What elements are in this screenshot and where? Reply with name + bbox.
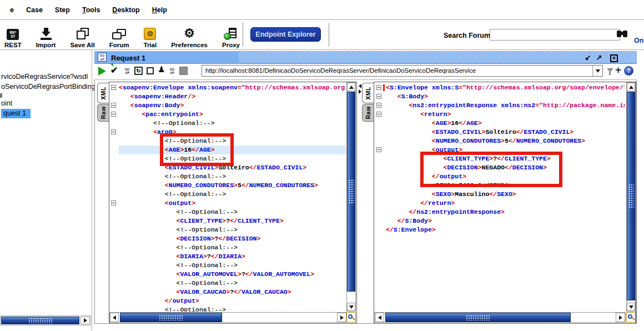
scrollbar-up-arrow[interactable] <box>627 83 635 91</box>
request-window-titlebar[interactable] <box>94 51 637 64</box>
xml-line[interactable]: <S:Body> <box>386 92 625 101</box>
xml-line[interactable]: <!--Optional:--> <box>119 225 346 234</box>
xml-line[interactable]: <ns2:entrypointResponse xmlns:ns2="http:… <box>386 101 625 110</box>
tree-item[interactable]: quest 1 <box>1 109 31 118</box>
xml-line[interactable]: <NUMERO_CONDUTORES>5</NUMERO_CONDUTORES> <box>119 181 346 190</box>
menu-item-e[interactable]: e <box>10 6 14 14</box>
scrollbar-thumb[interactable] <box>120 313 222 322</box>
fold-marker[interactable] <box>376 85 381 90</box>
add-endpoint-icon[interactable]: + <box>615 64 621 76</box>
endpoint-url[interactable]: http://localhost:8081/DefinicaoDoServico… <box>205 67 590 74</box>
scrollbar-right-arrow[interactable] <box>616 313 625 322</box>
xml-line[interactable]: <!--Optional:--> <box>119 172 346 181</box>
soap-mini-icon[interactable]: SOAP <box>168 68 176 74</box>
xml-line[interactable]: <ESTADO_CIVIL>Solteiro</ESTADO_CIVIL> <box>386 128 625 137</box>
url-dropdown-button[interactable] <box>592 66 602 76</box>
request-horizontal-scrollbar[interactable] <box>109 312 346 323</box>
xml-line[interactable]: </S:Envelope> <box>386 225 625 234</box>
fold-marker[interactable] <box>111 112 116 117</box>
scrollbar-thumb[interactable] <box>347 92 355 292</box>
filter-icon[interactable] <box>606 68 614 76</box>
scrollbar-left-arrow[interactable] <box>110 313 119 322</box>
tree-item[interactable]: oServicoDeRegrasPortBinding <box>1 82 98 92</box>
xml-line[interactable]: <soapenv:Body> <box>119 101 346 110</box>
scrollbar-thumb[interactable] <box>627 92 635 300</box>
toolbar-button-preferences[interactable]: Preferences <box>171 22 208 48</box>
scrollbar-up-arrow[interactable] <box>347 83 355 91</box>
toolbar-button-forum[interactable]: Forum <box>109 22 129 48</box>
xml-line[interactable]: <!--Optional:--> <box>119 261 346 270</box>
tab-request-xml[interactable]: XML <box>97 83 109 103</box>
xml-line[interactable]: <VALOR_AUTOMOVEL>?</VALOR_AUTOMOVEL> <box>119 270 346 279</box>
xml-line[interactable]: <soapenv:Header/> <box>119 92 346 101</box>
response-horizontal-scrollbar[interactable] <box>374 312 626 323</box>
fold-marker[interactable] <box>376 103 381 108</box>
scrollbar-right-arrow[interactable] <box>337 313 346 322</box>
menu-item-help[interactable]: Help <box>152 6 167 14</box>
xml-line[interactable]: <DIARIA>?</DIARIA> <box>119 252 346 261</box>
fold-marker[interactable] <box>111 103 116 108</box>
request-editor-code[interactable]: <soapenv:Envelope xmlns:soapenv="http://… <box>119 83 346 312</box>
xml-line[interactable]: <return> <box>386 110 625 119</box>
menu-item-tools[interactable]: Tools <box>82 6 100 14</box>
menu-item-case[interactable]: Case <box>26 6 43 14</box>
xml-line[interactable]: <NUMERO_CONDUTORES>5</NUMERO_CONDUTORES> <box>386 137 625 146</box>
xml-line[interactable]: <!--Optional:--> <box>119 190 346 199</box>
splitter-left-arrow[interactable] <box>359 84 361 88</box>
clone-request-button[interactable]: ♟ <box>158 65 165 74</box>
menu-item-step[interactable]: Step <box>55 6 70 14</box>
request-vertical-scrollbar[interactable] <box>346 82 356 312</box>
xml-line[interactable]: </output> <box>119 297 346 305</box>
xml-line[interactable]: <AGE>16</AGE> <box>386 119 625 128</box>
scrollbar-thumb[interactable] <box>1 317 79 324</box>
xml-line[interactable]: <output> <box>119 199 346 208</box>
recreate-request-button[interactable]: ↻ <box>134 67 143 75</box>
tree-item[interactable]: oint <box>1 99 15 108</box>
tree-item[interactable]: rvicoDeRegrasService?wsdl <box>1 72 90 82</box>
maximize-icon[interactable]: ↗ <box>596 54 602 62</box>
toolbar-button-import[interactable]: Import <box>36 22 56 48</box>
minimize-icon[interactable]: ↙ <box>585 54 591 62</box>
soap-mini-icon[interactable]: SOAP <box>123 68 131 74</box>
xml-line[interactable]: <VALOR_CAUCAO>?</VALOR_CAUCAO> <box>119 288 346 297</box>
xml-line[interactable]: <!--Optional:--> <box>119 279 346 288</box>
xml-line[interactable]: <!--Optional:--> <box>119 243 346 252</box>
menu-item-desktop[interactable]: Desktop <box>112 6 139 14</box>
add-assertion-button[interactable]: ✔ <box>110 65 118 76</box>
toolbar-button-rest[interactable]: REST <box>4 22 22 48</box>
search-forum-input[interactable] <box>490 29 620 41</box>
xml-line[interactable]: <soapenv:Envelope xmlns:soapenv="http://… <box>119 83 346 92</box>
tab-request-raw[interactable]: Raw <box>97 104 109 122</box>
fold-marker[interactable] <box>376 147 381 152</box>
xml-line[interactable]: <CLIENT_TYPE>?</CLIENT_TYPE> <box>119 217 346 225</box>
splitter-right-arrow[interactable] <box>359 89 361 94</box>
xml-line[interactable]: <S:Envelope xmlns:S="http://schemas.xmls… <box>386 83 625 92</box>
sidebar-horizontal-scrollbar[interactable] <box>0 315 91 325</box>
fold-marker[interactable] <box>111 200 116 205</box>
online-link[interactable]: On <box>634 37 643 44</box>
help-icon[interactable]: ? <box>624 66 633 76</box>
endpoint-url-combo[interactable]: http://localhost:8081/DefinicaoDoServico… <box>202 65 603 77</box>
scrollbar-left-arrow[interactable] <box>375 313 384 322</box>
magnifier-icon[interactable] <box>346 312 356 323</box>
toolbar-button-saveall[interactable]: Save All <box>70 22 94 48</box>
xml-line[interactable]: <!--Optional:--> <box>119 305 346 312</box>
cancel-request-button[interactable] <box>179 67 188 75</box>
fold-marker[interactable] <box>111 129 116 134</box>
xml-line[interactable]: </ns2:entrypointResponse> <box>386 208 625 217</box>
endpoint-explorer-button[interactable]: Endpoint Explorer <box>250 27 321 42</box>
magnifier-icon[interactable] <box>626 312 636 323</box>
toolbar-button-trial[interactable]: Trial <box>144 22 157 48</box>
fold-marker[interactable] <box>376 112 381 117</box>
binoculars-icon[interactable] <box>617 31 628 38</box>
scrollbar-thumb[interactable] <box>385 313 571 322</box>
toolbar-button-proxy[interactable]: Proxy <box>222 22 240 48</box>
scrollbar-right-arrow[interactable] <box>80 317 90 324</box>
xml-line[interactable]: </S:Body> <box>386 217 625 225</box>
xml-line[interactable]: <pac:entrypoint> <box>119 110 346 119</box>
tab-response-raw[interactable]: Raw <box>362 104 374 122</box>
tab-response-xml[interactable]: XML <box>362 83 374 103</box>
fold-marker[interactable] <box>111 85 116 90</box>
xml-line[interactable]: <!--Optional:--> <box>119 208 346 217</box>
xml-line[interactable]: </return> <box>386 199 625 208</box>
